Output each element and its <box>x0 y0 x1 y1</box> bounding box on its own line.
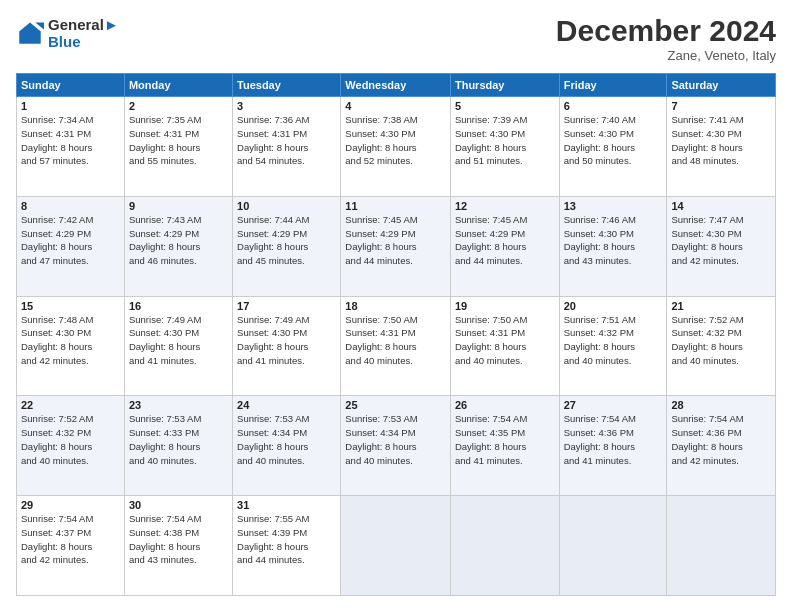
col-header-friday: Friday <box>559 74 667 97</box>
cell-line: Sunrise: 7:44 AM <box>237 213 336 227</box>
day-number: 21 <box>671 300 771 312</box>
cell-line: Sunrise: 7:54 AM <box>455 412 555 426</box>
day-number: 12 <box>455 200 555 212</box>
cell-line: and 42 minutes. <box>21 354 120 368</box>
cell-line: and 40 minutes. <box>345 354 446 368</box>
cell-line: Daylight: 8 hours <box>21 540 120 554</box>
cell-line: and 43 minutes. <box>129 553 228 567</box>
cell-line: Sunrise: 7:54 AM <box>21 512 120 526</box>
day-number: 16 <box>129 300 228 312</box>
cell-line: Sunset: 4:30 PM <box>564 227 663 241</box>
cell-content: Sunrise: 7:38 AMSunset: 4:30 PMDaylight:… <box>345 113 446 168</box>
cell-line: Sunrise: 7:49 AM <box>129 313 228 327</box>
cell-content: Sunrise: 7:42 AMSunset: 4:29 PMDaylight:… <box>21 213 120 268</box>
cell-line: Sunset: 4:29 PM <box>21 227 120 241</box>
cell-line: and 40 minutes. <box>564 354 663 368</box>
cell-line: Daylight: 8 hours <box>345 440 446 454</box>
cell-line: Daylight: 8 hours <box>21 240 120 254</box>
cell-line: Daylight: 8 hours <box>129 340 228 354</box>
cell-line: Sunset: 4:35 PM <box>455 426 555 440</box>
cell-content: Sunrise: 7:53 AMSunset: 4:33 PMDaylight:… <box>129 412 228 467</box>
cell-line: Sunrise: 7:43 AM <box>129 213 228 227</box>
cell-line: Daylight: 8 hours <box>671 141 771 155</box>
day-number: 13 <box>564 200 663 212</box>
logo-icon <box>16 19 44 47</box>
cell-content: Sunrise: 7:53 AMSunset: 4:34 PMDaylight:… <box>237 412 336 467</box>
day-number: 17 <box>237 300 336 312</box>
cell-line: Daylight: 8 hours <box>237 440 336 454</box>
cell-line: Sunset: 4:30 PM <box>21 326 120 340</box>
cell-line: Sunset: 4:33 PM <box>129 426 228 440</box>
day-number: 11 <box>345 200 446 212</box>
cell-line: Sunset: 4:29 PM <box>129 227 228 241</box>
cell-line: Sunset: 4:30 PM <box>129 326 228 340</box>
cell-content: Sunrise: 7:36 AMSunset: 4:31 PMDaylight:… <box>237 113 336 168</box>
calendar-cell: 1Sunrise: 7:34 AMSunset: 4:31 PMDaylight… <box>17 97 125 197</box>
day-number: 30 <box>129 499 228 511</box>
calendar-cell: 20Sunrise: 7:51 AMSunset: 4:32 PMDayligh… <box>559 296 667 396</box>
cell-line: and 47 minutes. <box>21 254 120 268</box>
cell-line: Sunrise: 7:47 AM <box>671 213 771 227</box>
col-header-monday: Monday <box>124 74 232 97</box>
cell-line: Daylight: 8 hours <box>564 240 663 254</box>
day-number: 20 <box>564 300 663 312</box>
calendar-cell: 30Sunrise: 7:54 AMSunset: 4:38 PMDayligh… <box>124 496 232 596</box>
cell-line: Daylight: 8 hours <box>21 440 120 454</box>
cell-line: Sunset: 4:30 PM <box>237 326 336 340</box>
cell-content: Sunrise: 7:40 AMSunset: 4:30 PMDaylight:… <box>564 113 663 168</box>
cell-line: and 41 minutes. <box>455 454 555 468</box>
day-number: 9 <box>129 200 228 212</box>
calendar-cell: 25Sunrise: 7:53 AMSunset: 4:34 PMDayligh… <box>341 396 451 496</box>
logo: General► Blue <box>16 16 119 50</box>
cell-line: Sunrise: 7:53 AM <box>129 412 228 426</box>
cell-content: Sunrise: 7:47 AMSunset: 4:30 PMDaylight:… <box>671 213 771 268</box>
calendar-cell: 2Sunrise: 7:35 AMSunset: 4:31 PMDaylight… <box>124 97 232 197</box>
cell-line: Sunrise: 7:50 AM <box>455 313 555 327</box>
cell-line: Sunrise: 7:55 AM <box>237 512 336 526</box>
cell-line: Daylight: 8 hours <box>455 340 555 354</box>
cell-content: Sunrise: 7:48 AMSunset: 4:30 PMDaylight:… <box>21 313 120 368</box>
cell-line: and 40 minutes. <box>345 454 446 468</box>
calendar-cell: 29Sunrise: 7:54 AMSunset: 4:37 PMDayligh… <box>17 496 125 596</box>
calendar-cell <box>667 496 776 596</box>
cell-line: Sunrise: 7:42 AM <box>21 213 120 227</box>
calendar-cell: 12Sunrise: 7:45 AMSunset: 4:29 PMDayligh… <box>450 196 559 296</box>
calendar-cell: 22Sunrise: 7:52 AMSunset: 4:32 PMDayligh… <box>17 396 125 496</box>
cell-content: Sunrise: 7:53 AMSunset: 4:34 PMDaylight:… <box>345 412 446 467</box>
cell-line: Sunset: 4:39 PM <box>237 526 336 540</box>
cell-line: Sunset: 4:32 PM <box>21 426 120 440</box>
col-header-sunday: Sunday <box>17 74 125 97</box>
cell-content: Sunrise: 7:39 AMSunset: 4:30 PMDaylight:… <box>455 113 555 168</box>
calendar-cell: 8Sunrise: 7:42 AMSunset: 4:29 PMDaylight… <box>17 196 125 296</box>
location: Zane, Veneto, Italy <box>556 48 776 63</box>
cell-content: Sunrise: 7:45 AMSunset: 4:29 PMDaylight:… <box>455 213 555 268</box>
cell-line: Daylight: 8 hours <box>455 240 555 254</box>
cell-content: Sunrise: 7:51 AMSunset: 4:32 PMDaylight:… <box>564 313 663 368</box>
calendar-cell: 11Sunrise: 7:45 AMSunset: 4:29 PMDayligh… <box>341 196 451 296</box>
cell-line: and 55 minutes. <box>129 154 228 168</box>
cell-line: Sunset: 4:34 PM <box>237 426 336 440</box>
cell-line: Sunset: 4:30 PM <box>345 127 446 141</box>
calendar-cell: 19Sunrise: 7:50 AMSunset: 4:31 PMDayligh… <box>450 296 559 396</box>
cell-line: Sunset: 4:32 PM <box>564 326 663 340</box>
calendar-cell: 9Sunrise: 7:43 AMSunset: 4:29 PMDaylight… <box>124 196 232 296</box>
cell-line: and 40 minutes. <box>455 354 555 368</box>
cell-content: Sunrise: 7:44 AMSunset: 4:29 PMDaylight:… <box>237 213 336 268</box>
week-row-1: 1Sunrise: 7:34 AMSunset: 4:31 PMDaylight… <box>17 97 776 197</box>
month-title: December 2024 <box>556 16 776 46</box>
header-row: SundayMondayTuesdayWednesdayThursdayFrid… <box>17 74 776 97</box>
cell-line: and 42 minutes. <box>671 454 771 468</box>
cell-line: Sunset: 4:29 PM <box>455 227 555 241</box>
cell-line: and 57 minutes. <box>21 154 120 168</box>
page: General► Blue December 2024 Zane, Veneto… <box>0 0 792 612</box>
cell-line: Sunrise: 7:39 AM <box>455 113 555 127</box>
calendar-cell: 10Sunrise: 7:44 AMSunset: 4:29 PMDayligh… <box>233 196 341 296</box>
cell-line: Sunset: 4:36 PM <box>671 426 771 440</box>
cell-content: Sunrise: 7:43 AMSunset: 4:29 PMDaylight:… <box>129 213 228 268</box>
cell-content: Sunrise: 7:46 AMSunset: 4:30 PMDaylight:… <box>564 213 663 268</box>
cell-line: Sunrise: 7:35 AM <box>129 113 228 127</box>
cell-line: Sunrise: 7:45 AM <box>455 213 555 227</box>
cell-line: Daylight: 8 hours <box>455 440 555 454</box>
cell-line: Daylight: 8 hours <box>564 440 663 454</box>
cell-content: Sunrise: 7:54 AMSunset: 4:36 PMDaylight:… <box>671 412 771 467</box>
